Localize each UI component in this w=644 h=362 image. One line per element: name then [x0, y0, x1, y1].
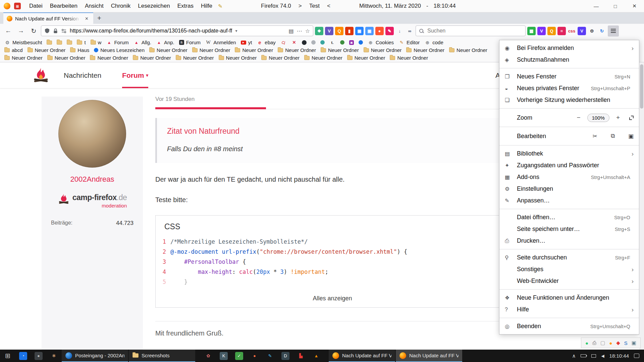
bookmark-item[interactable]: t: [74, 39, 88, 46]
tray-overflow-icon[interactable]: S: [624, 340, 628, 346]
back-button[interactable]: ←: [3, 25, 14, 37]
tray-clock[interactable]: 18:10:44: [609, 353, 629, 359]
username-link[interactable]: 2002Andreas: [70, 175, 114, 184]
paste-icon[interactable]: ▣: [628, 133, 634, 140]
scrollbar-thumb[interactable]: [640, 64, 643, 109]
tray-overflow-icon[interactable]: ▣: [632, 340, 636, 346]
bookmark-item[interactable]: Allg.: [131, 39, 154, 46]
bookmark-item[interactable]: Neuer Ordner: [387, 54, 430, 61]
menu-item[interactable]: ?Hilfe›: [499, 304, 639, 315]
menu-item[interactable]: Datei öffnen…Strg+O: [499, 212, 639, 223]
bookmark-item[interactable]: [356, 39, 365, 46]
menu-item[interactable]: ⚲Seite durchsuchenStrg+F: [499, 252, 639, 263]
extension-icon[interactable]: ∞: [406, 27, 414, 35]
reload-button[interactable]: ↻: [28, 25, 39, 37]
new-tab-button[interactable]: +: [93, 12, 105, 24]
bookmark-item[interactable]: Forum: [104, 39, 131, 46]
taskbar-task-firefox[interactable]: Nach Update auf FF V...: [329, 350, 395, 362]
bookmark-item[interactable]: Haus: [68, 47, 92, 54]
bookmark-item[interactable]: Neuer Ordner: [275, 47, 318, 54]
menu-item[interactable]: ❐Neues FensterStrg+N: [499, 71, 639, 82]
extension-icon[interactable]: ❖: [315, 27, 323, 35]
menu-item[interactable]: ✎Anpassen…: [499, 195, 639, 206]
close-button[interactable]: ✕: [625, 0, 644, 12]
extension-icon[interactable]: ▣: [355, 27, 364, 35]
permissions-icon[interactable]: [61, 28, 67, 34]
menu-item[interactable]: ◒Neues privates FensterStrg+Umschalt+P: [499, 82, 639, 94]
url-dropdown-icon[interactable]: ▾: [235, 28, 237, 33]
bookmark-item[interactable]: Neuer Ordner: [130, 54, 173, 61]
zoom-out-button[interactable]: −: [573, 114, 584, 121]
extension-icon[interactable]: ✎: [385, 27, 394, 35]
nav-item-forum[interactable]: Forum ▾: [122, 62, 148, 88]
extension-icon[interactable]: V: [578, 27, 586, 35]
bookmark-item[interactable]: Neuer Ordner: [404, 47, 447, 54]
bookmark-star-icon[interactable]: ☆: [305, 28, 310, 34]
bookmark-item[interactable]: Neuer Ordner: [232, 47, 275, 54]
search-bar[interactable]: [416, 25, 526, 36]
bookmark-item[interactable]: Neuer Ordner: [216, 54, 259, 61]
bookmark-item[interactable]: Cookies: [365, 39, 396, 46]
tab-close-icon[interactable]: ✕: [84, 15, 90, 22]
extension-icon[interactable]: ▣: [365, 27, 374, 35]
start-button[interactable]: ⊞: [0, 350, 15, 362]
bookmark-item[interactable]: Anmelden: [203, 39, 238, 46]
bookmark-item[interactable]: w: [88, 39, 104, 46]
bookmark-item[interactable]: Meistbesucht: [2, 39, 44, 46]
nav-item-nachrichten[interactable]: Nachrichten: [64, 62, 101, 88]
bookmark-item[interactable]: Neuer Ordner: [447, 47, 490, 54]
url-bar[interactable]: https://www.camp-firefox.de/forum/thema/…: [41, 25, 313, 36]
menu-item[interactable]: ◈Schutzmaßnahmen: [499, 54, 639, 66]
bookmark-item[interactable]: ebay: [254, 39, 278, 46]
page-scrollbar[interactable]: [639, 62, 644, 350]
menubar-item[interactable]: Datei: [25, 1, 46, 11]
tracking-shield-icon[interactable]: [44, 28, 50, 34]
lock-icon[interactable]: [53, 28, 58, 34]
taskbar-app-icon[interactable]: ●: [31, 350, 46, 362]
taskbar-task-explorer[interactable]: Screenshots: [129, 350, 195, 362]
network-icon[interactable]: [591, 354, 596, 358]
menubar-item[interactable]: Chronik: [107, 1, 135, 11]
bookmark-item[interactable]: [327, 39, 338, 46]
menu-item[interactable]: ✦Zugangsdaten und Passwörter: [499, 160, 639, 171]
menu-item[interactable]: ▤Bibliothek›: [499, 148, 639, 160]
bookmark-item[interactable]: [44, 39, 54, 46]
bookmark-item[interactable]: Forum: [177, 39, 203, 46]
taskbar-app-icon[interactable]: ✓: [231, 350, 247, 362]
taskbar-app-icon[interactable]: ✱: [46, 350, 62, 362]
minimize-button[interactable]: —: [587, 0, 606, 12]
taskbar-app-icon[interactable]: ●: [247, 350, 262, 362]
bookmark-item[interactable]: [64, 39, 74, 46]
cut-icon[interactable]: ✂: [593, 133, 597, 140]
extension-icon[interactable]: css: [568, 27, 576, 35]
bookmark-item[interactable]: Neuer Ordner: [25, 47, 68, 54]
extension-icon[interactable]: ↓: [395, 27, 404, 35]
menu-item[interactable]: ⚙Einstellungen: [499, 183, 639, 195]
show-all-link[interactable]: Alles anzeigen: [156, 295, 509, 302]
taskbar-app-icon[interactable]: ✎: [262, 350, 278, 362]
bookmark-item[interactable]: Neuer Ordner: [361, 47, 404, 54]
volume-icon[interactable]: ◀: [601, 354, 604, 358]
menubar-item[interactable]: Hilfe: [197, 1, 216, 11]
bookmark-item[interactable]: Neuer Ordner: [2, 54, 45, 61]
taskbar-app-icon[interactable]: ▲: [309, 350, 324, 362]
maximize-button[interactable]: □: [606, 0, 625, 12]
taskbar-app-icon[interactable]: ◔: [15, 350, 31, 362]
tray-overflow-icon[interactable]: ⎙: [592, 340, 596, 346]
menubar-item[interactable]: Lesezeichen: [134, 1, 173, 11]
taskbar-app-icon[interactable]: ▙: [293, 350, 309, 362]
extension-icon[interactable]: Q: [547, 27, 556, 35]
quote-title-link[interactable]: Zitat von Naturfreund: [167, 127, 499, 136]
bookmark-item[interactable]: Neuer Ordner: [345, 54, 388, 61]
browser-tab-active[interactable]: Nach Update auf FF Version ✕: [3, 12, 93, 24]
bookmark-item[interactable]: Anp.: [154, 39, 177, 46]
menu-item[interactable]: ❖Neue Funktionen und Änderungen: [499, 292, 639, 304]
menubar-item[interactable]: Bearbeiten: [46, 1, 81, 11]
copy-icon[interactable]: ⧉: [611, 133, 615, 139]
bookmark-item[interactable]: Neuer Ordner: [45, 54, 88, 61]
bookmark-item[interactable]: [347, 39, 356, 46]
taskbar-app-icon[interactable]: K: [216, 350, 231, 362]
extension-icon[interactable]: ⚙: [588, 27, 596, 35]
reader-mode-icon[interactable]: ▤: [289, 28, 294, 34]
tray-overflow-icon[interactable]: ▢: [600, 340, 605, 346]
